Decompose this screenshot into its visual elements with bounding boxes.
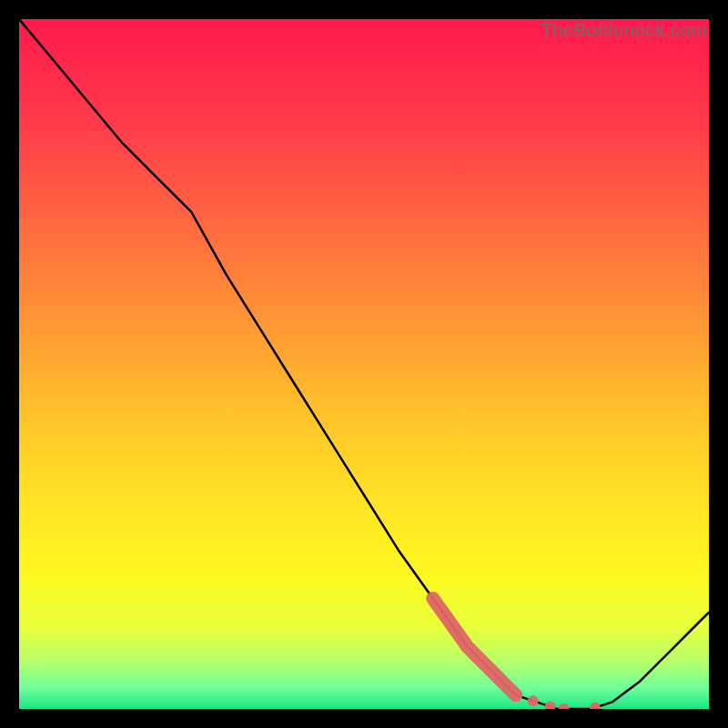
watermark-text: TheBottleneck.com [541, 19, 707, 41]
chart-frame: TheBottleneck.com [19, 19, 709, 709]
svg-point-0 [528, 695, 539, 706]
gradient-background [19, 19, 709, 709]
bottleneck-chart [19, 19, 709, 709]
